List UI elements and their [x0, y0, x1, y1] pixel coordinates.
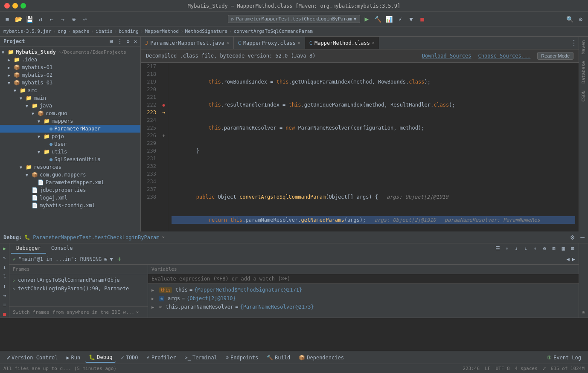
- tab-close-icon2[interactable]: ×: [298, 40, 300, 45]
- expand-layout-icon[interactable]: ⊞: [582, 309, 585, 315]
- filter-icon[interactable]: ⊞: [550, 244, 558, 253]
- hint-close-icon[interactable]: ×: [136, 309, 139, 315]
- tab-build[interactable]: 🔨 Build: [263, 353, 294, 362]
- more-run-icon[interactable]: ▼: [406, 14, 416, 24]
- frames-icon[interactable]: ☰: [493, 244, 502, 253]
- tab-close-icon3[interactable]: ×: [372, 40, 375, 45]
- tab-version-control[interactable]: ⑇ Version Control: [3, 353, 61, 362]
- refresh-icon[interactable]: ↺: [36, 14, 45, 24]
- thread-filter-icon[interactable]: ⊞: [104, 256, 107, 262]
- tab-event-log[interactable]: ① Event Log: [544, 353, 585, 362]
- debug-tab-close[interactable]: ×: [162, 234, 165, 240]
- debug-tab-label[interactable]: ParameterMapperTest.testCheckLoginByPara…: [33, 234, 159, 240]
- breadcrumb-ibatis[interactable]: ibatis: [96, 29, 113, 34]
- tree-item-comguo[interactable]: ▼ 📦 com.guo: [0, 110, 140, 117]
- run-to-cursor-icon[interactable]: ⇥: [1, 292, 8, 299]
- breadcrumb-apache[interactable]: apache: [73, 29, 90, 34]
- tab-profiler[interactable]: ⚡ Profiler: [143, 353, 180, 362]
- indent-settings[interactable]: 4 spaces: [515, 366, 538, 371]
- download-sources-link[interactable]: Download Sources: [422, 53, 472, 59]
- next-watch-icon[interactable]: ▶: [572, 256, 575, 262]
- run-configuration[interactable]: ▷ ParameterMapperTest.testCheckLoginByPa…: [228, 15, 361, 23]
- var-expand-icon2[interactable]: ▶: [151, 296, 157, 301]
- stop-debug-icon[interactable]: ■: [1, 311, 8, 318]
- maximize-button[interactable]: [20, 3, 26, 9]
- step-over-icon[interactable]: ↷: [1, 254, 8, 261]
- tree-item-idea[interactable]: ▶ 📁 .idea: [0, 56, 140, 64]
- var-item-this[interactable]: ▶ this this = {MapperMethod$MethodSignat…: [148, 286, 579, 294]
- code-content[interactable]: this.rowBoundsIndex = this.getUniquePara…: [168, 63, 579, 231]
- tab-run[interactable]: ▶ Run: [63, 353, 84, 362]
- build-icon[interactable]: 🔨: [373, 14, 382, 24]
- open-file-icon[interactable]: 📂: [14, 14, 23, 24]
- export-icon[interactable]: ↓: [512, 244, 521, 253]
- database-label[interactable]: Database: [580, 58, 587, 87]
- breadcrumb-mappermethod[interactable]: MapperMethod: [145, 29, 178, 34]
- tree-item-parametermapper[interactable]: ▶ ● ParameterMapper: [0, 125, 140, 133]
- copy-icon[interactable]: ↑: [531, 244, 539, 253]
- thread-dropdown-icon[interactable]: ▼: [110, 256, 113, 262]
- var-item-paramresolver[interactable]: ▶ ∞ this.paramNameResolver = {ParamNameR…: [148, 303, 579, 311]
- maven-label[interactable]: Maven: [580, 37, 587, 58]
- search-icon[interactable]: 🔍: [565, 14, 574, 24]
- breadcrumb-binding[interactable]: binding: [119, 29, 138, 34]
- eval-input[interactable]: [151, 276, 575, 282]
- prev-watch-icon[interactable]: ◀: [567, 256, 570, 262]
- tab-mappermethod[interactable]: C MapperMethod.class ×: [305, 37, 379, 49]
- tree-item-user[interactable]: ▶ ● User: [0, 140, 140, 148]
- tree-item-parametermapperxml[interactable]: ▶ 📄 ParameterMapper.xml: [0, 179, 140, 186]
- tree-item-mappers[interactable]: ▼ 📁 mappers: [0, 117, 140, 125]
- tab-mapperproxy[interactable]: C MapperProxy.class ×: [234, 37, 305, 49]
- force-step-into-icon[interactable]: ⤵: [1, 273, 8, 280]
- var-expand-icon[interactable]: ▶: [151, 288, 157, 292]
- reader-mode-button[interactable]: Reader Mode: [537, 52, 573, 60]
- close-button[interactable]: [4, 3, 10, 9]
- breadcrumb-methodsig[interactable]: MethodSignature: [185, 29, 227, 34]
- forward-icon[interactable]: →: [58, 14, 67, 24]
- save-icon[interactable]: 💾: [25, 14, 34, 24]
- choose-sources-link[interactable]: Choose Sources...: [478, 53, 531, 59]
- frame-item-1[interactable]: ▷ testCheckLoginByParam():90, Paramete: [9, 284, 148, 293]
- tree-item-mybatis03[interactable]: ▼ 📦 mybatis-03: [0, 79, 140, 87]
- back-icon[interactable]: ←: [47, 14, 56, 24]
- expand-debug-icon[interactable]: ⊞: [568, 244, 577, 253]
- console-tab[interactable]: Console: [46, 243, 78, 254]
- tab-dependencies[interactable]: 📦 Dependencies: [295, 353, 347, 362]
- profile-icon[interactable]: ⚡: [395, 14, 405, 24]
- tree-item-mybatis01[interactable]: ▶ 📦 mybatis-01: [0, 64, 140, 71]
- tab-endpoints[interactable]: ⊕ Endpoints: [222, 353, 262, 362]
- evaluate-icon[interactable]: ≡: [1, 301, 8, 308]
- debug-settings-icon[interactable]: ⚙: [571, 233, 575, 241]
- tree-item-mybatis-study[interactable]: ▼ 📁 Mybatis_Study ~/Documents/IdeaProjec…: [0, 48, 140, 56]
- cson-label[interactable]: CSON: [580, 87, 587, 105]
- tab-parametermappertest[interactable]: J ParameterMapperTest.java ×: [141, 37, 234, 49]
- tab-close-icon[interactable]: ×: [227, 40, 229, 45]
- import-icon[interactable]: ↓: [521, 244, 530, 253]
- tab-debug[interactable]: 🐛 Debug: [85, 353, 116, 363]
- tree-item-main[interactable]: ▼ 📁 main: [0, 94, 140, 102]
- tab-terminal[interactable]: >_ Terminal: [181, 353, 221, 362]
- encoding[interactable]: UTF-8: [495, 366, 509, 371]
- menu-icon[interactable]: ≡: [3, 14, 12, 24]
- add-watch-icon[interactable]: +: [117, 255, 122, 263]
- tree-item-mybatisconfig[interactable]: ▶ 📄 mybatis-config.xml: [0, 202, 140, 209]
- run-config-dropdown[interactable]: ▼: [354, 16, 357, 22]
- breadcrumb-org[interactable]: org: [58, 29, 66, 34]
- resume-icon[interactable]: ▶: [1, 245, 8, 252]
- frame-item-0[interactable]: ▷ convertArgsToSqlCommandParam(Obje: [9, 276, 148, 284]
- settings2-icon[interactable]: ⚙: [540, 244, 549, 253]
- run-button[interactable]: ▶: [362, 14, 371, 24]
- tree-item-utils[interactable]: ▼ 📁 utils: [0, 148, 140, 156]
- minimize-button[interactable]: [12, 3, 18, 9]
- tree-item-jdbc[interactable]: ▶ 📄 jdbc.properties: [0, 186, 140, 194]
- restore-icon[interactable]: ↑: [503, 244, 511, 253]
- expand-all-icon[interactable]: ⋮: [117, 38, 122, 44]
- line-ending[interactable]: LF: [485, 366, 490, 371]
- tab-todo[interactable]: ✓ TODO: [117, 353, 141, 362]
- var-expand-icon3[interactable]: ▶: [151, 305, 157, 309]
- debugger-tab[interactable]: Debugger: [11, 243, 46, 254]
- tree-item-mybatis02[interactable]: ▶ 📦 mybatis-02: [0, 71, 140, 79]
- tree-item-log4j[interactable]: ▶ 📄 log4j.xml: [0, 194, 140, 202]
- tree-item-pojo[interactable]: ▼ 📁 pojo: [0, 133, 140, 140]
- step-into-icon[interactable]: ↓: [1, 264, 8, 271]
